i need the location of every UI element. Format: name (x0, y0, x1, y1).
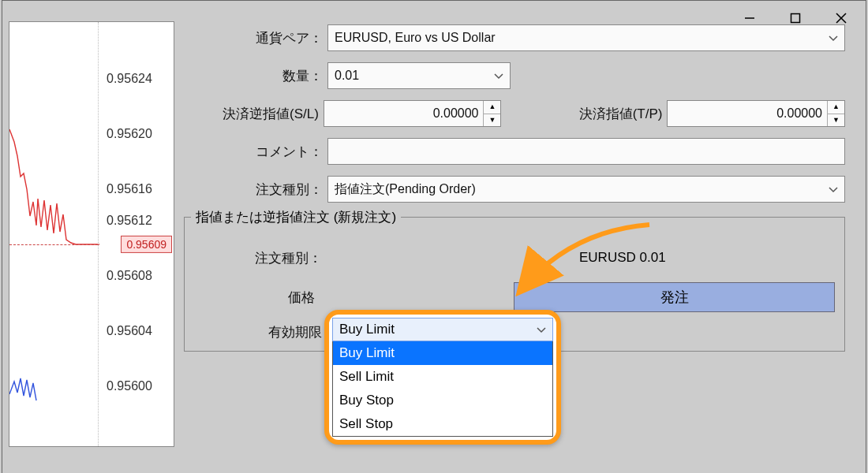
quantity-value: 0.01 (335, 69, 359, 83)
subtype-dropdown-open: Buy Limit Buy Limit Sell Limit Buy Stop … (324, 310, 561, 445)
dropdown-item-sell-stop[interactable]: Sell Stop (333, 412, 552, 436)
dropdown-item-buy-stop[interactable]: Buy Stop (333, 389, 552, 412)
stoploss-input[interactable]: 0.00000 ▲▼ (324, 100, 502, 127)
quantity-select[interactable]: 0.01 (327, 62, 511, 89)
chevron-down-icon (494, 69, 503, 83)
order-window: 0.95624 0.95620 0.95616 0.95612 0.95612 … (2, 0, 866, 473)
ordertype-value: 指値注文(Pending Order) (335, 181, 476, 198)
group-legend: 指値または逆指値注文 (新規注文) (191, 208, 401, 226)
chevron-down-icon (829, 31, 838, 45)
quantity-label: 数量： (184, 67, 327, 85)
price-axis: 0.95624 0.95620 0.95616 0.95612 0.95612 … (98, 22, 174, 446)
dropdown-item-buy-limit[interactable]: Buy Limit (333, 341, 552, 365)
subtype-dropdown-selected[interactable]: Buy Limit (332, 318, 553, 341)
price-tick: 0.95620 (99, 128, 174, 140)
place-order-label: 発注 (660, 288, 689, 307)
comment-label: コメント： (184, 143, 327, 161)
current-price-badge: 0.95609 (121, 236, 172, 253)
takeprofit-spinner[interactable]: ▲▼ (827, 101, 844, 126)
subtype-label: 注文種別： (194, 249, 327, 267)
price-tick: 0.95600 (99, 380, 174, 393)
order-form: 通貨ペア： EURUSD, Euro vs US Dollar 数量： 0.01 (184, 24, 845, 352)
ordertype-select[interactable]: 指値注文(Pending Order) (327, 176, 845, 203)
dropdown-item-sell-limit[interactable]: Sell Limit (333, 365, 552, 389)
order-summary: EURUSD 0.01 (563, 250, 835, 266)
subtype-dropdown-list: Buy Limit Sell Limit Buy Stop Sell Stop (332, 341, 553, 437)
currency-pair-value: EURUSD, Euro vs US Dollar (335, 31, 496, 45)
expiry-label: 有効期限 (194, 323, 327, 341)
stoploss-spinner[interactable]: ▲▼ (483, 101, 500, 126)
comment-input[interactable] (327, 138, 845, 165)
price-tick: 0.95608 (99, 270, 174, 282)
price-tick: 0.95624 (99, 73, 174, 85)
tick-chart: 0.95624 0.95620 0.95616 0.95612 0.95612 … (9, 21, 174, 447)
currency-pair-select[interactable]: EURUSD, Euro vs US Dollar (327, 24, 845, 51)
stoploss-label: 決済逆指値(S/L) (184, 105, 324, 123)
currency-pair-label: 通貨ペア： (184, 29, 327, 47)
current-price-line (9, 244, 98, 245)
price-tick: 0.95612 (99, 214, 174, 227)
takeprofit-value: 0.00000 (674, 106, 827, 121)
price-tick: 0.95616 (99, 183, 174, 196)
chevron-down-icon (829, 182, 838, 196)
price-tick: 0.95604 (99, 325, 174, 337)
stoploss-value: 0.00000 (331, 106, 484, 121)
takeprofit-input[interactable]: 0.00000 ▲▼ (667, 100, 845, 127)
takeprofit-label: 決済指値(T/P) (544, 105, 668, 123)
svg-rect-1 (791, 14, 800, 23)
price-label: 価格 (194, 289, 320, 307)
chevron-down-icon (537, 322, 546, 337)
ordertype-label: 注文種別： (184, 181, 327, 199)
place-order-button[interactable]: 発注 (514, 282, 835, 312)
subtype-dropdown-current: Buy Limit (339, 322, 395, 337)
